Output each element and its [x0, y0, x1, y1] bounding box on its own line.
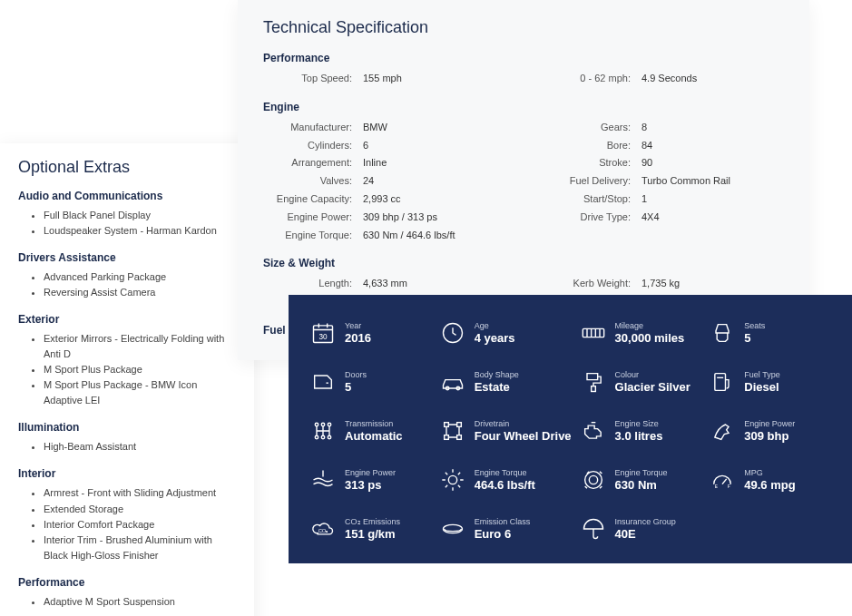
extras-item: Interior Comfort Package: [44, 517, 236, 533]
extras-item: Armrest - Front with Sliding Adjustment: [44, 485, 236, 501]
spec-label: Length:: [263, 275, 363, 293]
svg-rect-3: [583, 328, 603, 337]
summary-tile: Doors5: [310, 369, 431, 395]
spec-value: Inline: [363, 154, 505, 172]
summary-tile: 30Year2016: [310, 320, 431, 346]
extras-group-title: Performance: [18, 576, 236, 589]
tile-value: 5: [345, 380, 367, 395]
spec-value: 1,735 kg: [641, 275, 784, 293]
tile-label: Engine Torque: [475, 468, 535, 478]
spec-row: Top Speed:155 mph: [263, 70, 505, 88]
summary-tile: ColourGlacier Silver: [581, 369, 701, 395]
svg-rect-17: [456, 435, 461, 440]
summary-tile: TransmissionAutomatic: [310, 418, 431, 444]
summary-tile: Seats5: [710, 320, 830, 346]
spec-row: Start/Stop:1: [542, 191, 784, 209]
spec-row: Bore:84: [542, 137, 784, 155]
spec-label: Valves:: [263, 172, 363, 191]
tile-value: Diesel: [744, 380, 779, 395]
tile-label: Engine Power: [345, 468, 396, 478]
extras-heading: Optional Extras: [18, 158, 236, 177]
vehicle-summary-panel: 30Year2016Age4 yearsMileage30,000 milesS…: [289, 295, 852, 563]
tile-label: MPG: [744, 468, 795, 478]
spec-label: Fuel Delivery:: [542, 172, 641, 191]
spec-label: Drive Type:: [542, 209, 641, 227]
spec-label: Engine Capacity:: [263, 191, 363, 209]
spec-label: Engine Torque:: [263, 227, 363, 245]
spec-label: Stroke:: [542, 154, 641, 172]
odometer-icon: [581, 320, 606, 346]
calendar-icon: 30: [310, 320, 336, 346]
tile-label: Emission Class: [475, 517, 531, 527]
tile-label: Year: [345, 321, 371, 331]
tile-value: 151 g/km: [345, 527, 400, 542]
tile-label: Mileage: [615, 321, 685, 331]
summary-tile: Age4 years: [440, 320, 572, 346]
tile-value: 4 years: [475, 331, 515, 346]
extras-group-title: Illumination: [18, 421, 236, 434]
spec-value: 155 mph: [363, 70, 505, 88]
tile-value: 2016: [345, 331, 371, 346]
extras-list: Exterior Mirrors - Electrically Folding …: [44, 331, 236, 408]
extras-list: Full Black Panel DisplayLoudspeaker Syst…: [44, 208, 236, 239]
spec-label: Arrangement:: [263, 154, 363, 172]
spec-row: Kerb Weight:1,735 kg: [542, 275, 784, 293]
summary-tile: Emission ClassEuro 6: [440, 516, 572, 542]
extras-group-title: Audio and Communications: [18, 190, 236, 202]
spec-label: Cylinders:: [263, 137, 363, 155]
tile-value: Glacier Silver: [615, 380, 690, 395]
svg-text:30: 30: [318, 333, 328, 341]
spec-value: BMW: [363, 119, 505, 137]
spec-row: Manufacturer:BMW: [263, 119, 505, 137]
spec-value: 4.9 Seconds: [641, 70, 784, 88]
spec-value: 84: [641, 137, 784, 155]
extras-item: Adaptive M Sport Suspension: [44, 594, 236, 610]
tile-label: Insurance Group: [615, 517, 676, 527]
svg-text:E: E: [715, 484, 718, 489]
extras-group-title: Interior: [18, 467, 236, 480]
spec-value: 4X4: [641, 209, 784, 227]
extras-item: Reversing Assist Camera: [44, 285, 236, 300]
spec-label: Manufacturer:: [263, 119, 363, 137]
svg-rect-6: [591, 386, 595, 392]
spec-value: 8: [641, 119, 784, 137]
paint-icon: [581, 369, 606, 395]
tech-section-title: Size & Weight: [263, 257, 784, 269]
summary-tile: Engine Torque464.6 lbs/ft: [440, 467, 572, 493]
spec-value: 6: [363, 137, 505, 155]
extras-item: M Sport Plus Package - BMW Icon Adaptive…: [44, 377, 236, 408]
summary-tile: CO₂CO₂ Emissions151 g/km: [310, 516, 431, 542]
summary-tile: Engine Power309 bhp: [710, 418, 830, 444]
tile-value: 40E: [615, 527, 676, 542]
spec-value: 630 Nm / 464.6 lbs/ft: [363, 227, 505, 245]
extras-item: Loudspeaker System - Harman Kardon: [44, 223, 236, 239]
mpg-icon: EF: [710, 467, 735, 493]
tile-label: Doors: [345, 370, 367, 380]
spec-row: 0 - 62 mph:4.9 Seconds: [542, 70, 784, 88]
svg-rect-16: [444, 435, 448, 440]
summary-tile: Fuel TypeDiesel: [710, 369, 830, 395]
tech-heading: Technical Specification: [263, 18, 784, 37]
extras-item: Interior Trim - Brushed Aluminium with B…: [44, 533, 236, 563]
spec-row: Arrangement:Inline: [263, 154, 505, 172]
spec-row: Engine Power:309 bhp / 313 ps: [263, 209, 505, 227]
extras-list: Armrest - Front with Sliding AdjustmentE…: [44, 485, 236, 562]
tile-value: 464.6 lbs/ft: [475, 478, 535, 493]
tile-label: Age: [475, 321, 515, 331]
spec-row: Engine Capacity:2,993 cc: [263, 191, 505, 209]
tile-value: 49.6 mpg: [744, 478, 795, 493]
torque-icon: [440, 467, 465, 493]
tile-label: Fuel Type: [744, 370, 779, 380]
extras-group-title: Drivers Assistance: [18, 251, 236, 264]
extras-list: Advanced Parking PackageReversing Assist…: [44, 269, 236, 300]
spec-label: Top Speed:: [263, 70, 363, 88]
tile-label: Engine Power: [744, 419, 795, 429]
optional-extras-panel: Optional Extras Audio and Communications…: [0, 143, 254, 616]
spec-value: 2,993 cc: [363, 191, 505, 209]
tile-value: 5: [744, 331, 765, 346]
spec-value: 1: [641, 191, 784, 209]
spec-value: Turbo Common Rail: [641, 172, 784, 191]
spec-row: Length:4,633 mm: [263, 275, 505, 293]
spec-label: 0 - 62 mph:: [542, 70, 641, 88]
spec-row: Valves:24: [263, 172, 505, 191]
